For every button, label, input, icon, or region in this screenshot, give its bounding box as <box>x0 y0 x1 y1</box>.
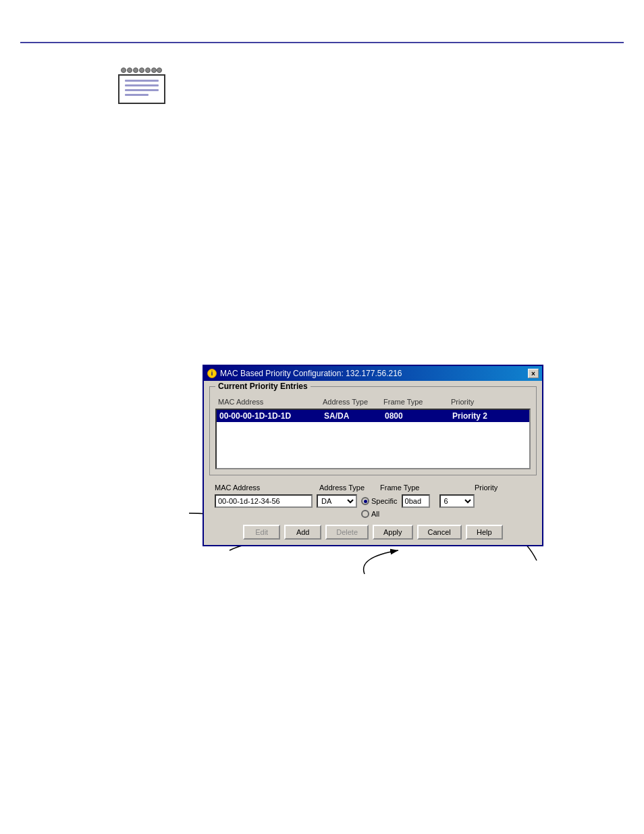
field-labels-row: MAC Address Address Type Frame Type Prio… <box>212 482 534 493</box>
fields-inputs-row: DA SA SA/DA Specific All <box>212 493 534 519</box>
dialog-content: Current Priority Entries MAC Address Add… <box>204 381 542 545</box>
col-header-mac: MAC Address <box>218 398 323 406</box>
row-frame-type: 0800 <box>385 411 452 421</box>
help-button[interactable]: Help <box>466 525 503 540</box>
table-header-row: MAC Address Address Type Frame Type Prio… <box>215 396 531 407</box>
edit-button[interactable]: Edit <box>243 525 280 540</box>
priority-entries-table[interactable]: 00-00-00-1D-1D-1D SA/DA 0800 Priority 2 <box>215 409 531 469</box>
table-row[interactable]: 00-00-00-1D-1D-1D SA/DA 0800 Priority 2 <box>217 410 529 422</box>
dialog-title-text: MAC Based Priority Configuration: 132.17… <box>220 369 402 378</box>
fields-section: MAC Address Address Type Frame Type Prio… <box>209 482 537 519</box>
dialog-titlebar: i MAC Based Priority Configuration: 132.… <box>204 366 542 381</box>
buttons-row: Edit Add Delete Apply Cancel Help <box>209 525 537 540</box>
cancel-button[interactable]: Cancel <box>417 525 462 540</box>
radio-all-dot[interactable] <box>361 510 369 518</box>
frame-type-input[interactable] <box>402 494 430 508</box>
col-header-addr-type: Address Type <box>323 398 383 406</box>
row-mac: 00-00-00-1D-1D-1D <box>219 411 324 421</box>
all-label: All <box>371 510 379 518</box>
row-priority: Priority 2 <box>452 411 513 421</box>
close-button[interactable]: × <box>528 369 539 378</box>
add-button[interactable]: Add <box>284 525 321 540</box>
mac-priority-dialog: i MAC Based Priority Configuration: 132.… <box>203 365 543 546</box>
col-header-frame-type: Frame Type <box>383 398 451 406</box>
radio-specific-dot[interactable] <box>361 497 369 505</box>
mac-addr-label: MAC Address <box>215 484 319 492</box>
frame-type-specific-radio[interactable]: Specific <box>361 494 430 508</box>
addr-type-label: Address Type <box>319 484 380 492</box>
current-priority-entries-group: Current Priority Entries MAC Address Add… <box>209 386 537 475</box>
col-header-priority: Priority <box>451 398 512 406</box>
priority-select[interactable]: 1 2 3 4 5 6 7 <box>439 494 475 508</box>
top-rule <box>20 42 624 43</box>
apply-button[interactable]: Apply <box>373 525 413 540</box>
address-type-select[interactable]: DA SA SA/DA <box>317 494 357 508</box>
dialog-title-left: i MAC Based Priority Configuration: 132.… <box>207 369 402 378</box>
frame-type-all-radio[interactable]: All <box>361 510 430 518</box>
priority-label: Priority <box>475 484 535 492</box>
frame-type-group: Specific All <box>361 494 430 518</box>
dialog-container: i MAC Based Priority Configuration: 132.… <box>169 358 574 588</box>
mac-address-input[interactable] <box>215 494 313 508</box>
frame-type-label: Frame Type <box>380 484 475 492</box>
notebook-icon <box>118 68 165 122</box>
specific-label: Specific <box>371 497 398 505</box>
group-box-label: Current Priority Entries <box>215 382 311 391</box>
app-icon: i <box>207 369 217 378</box>
row-addr-type: SA/DA <box>324 411 385 421</box>
delete-button[interactable]: Delete <box>325 525 369 540</box>
